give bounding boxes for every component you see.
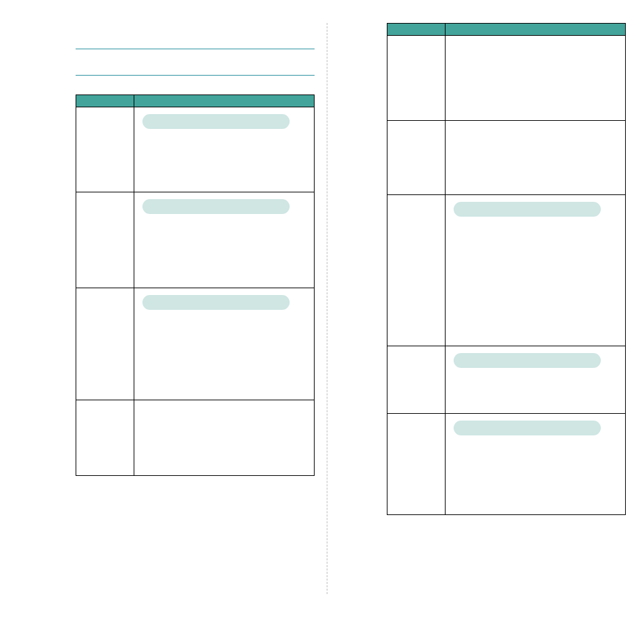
right-cell-left [387, 36, 446, 121]
left-column [76, 23, 315, 476]
left-cell-right [134, 288, 315, 400]
left-cell-right [134, 107, 315, 192]
left-th-1 [76, 95, 134, 107]
table-row [76, 288, 315, 400]
left-cell-right [134, 192, 315, 288]
left-th-2 [134, 95, 315, 107]
right-cell-left [387, 195, 446, 346]
right-table [387, 23, 626, 515]
table-row [387, 36, 626, 121]
table-row [387, 346, 626, 414]
column-divider [327, 23, 327, 594]
right-cell-left [387, 121, 446, 195]
table-row [387, 414, 626, 515]
table-header-row [76, 95, 315, 107]
right-cell-left [387, 346, 446, 414]
highlight-pill [454, 202, 601, 217]
right-th-1 [387, 24, 446, 36]
right-cell-left [387, 414, 446, 515]
left-table [76, 95, 315, 476]
left-cell-left [76, 107, 134, 192]
table-row [76, 192, 315, 288]
highlight-pill [142, 295, 290, 310]
left-cell-left [76, 192, 134, 288]
left-cell-right [134, 400, 315, 476]
highlight-pill [142, 199, 290, 214]
highlight-pill [142, 114, 290, 129]
right-column [387, 23, 626, 515]
table-row [387, 121, 626, 195]
right-cell-right [446, 195, 626, 346]
right-cell-right [446, 346, 626, 414]
table-row [76, 400, 315, 476]
right-cell-right [446, 36, 626, 121]
right-cell-right [446, 121, 626, 195]
table-row [76, 107, 315, 192]
table-header-row [387, 24, 626, 36]
left-cell-left [76, 288, 134, 400]
right-cell-right [446, 414, 626, 515]
left-cell-left [76, 400, 134, 476]
page [0, 0, 644, 644]
right-th-2 [446, 24, 626, 36]
table-row [387, 195, 626, 346]
highlight-pill [454, 421, 601, 435]
highlight-pill [454, 353, 601, 368]
